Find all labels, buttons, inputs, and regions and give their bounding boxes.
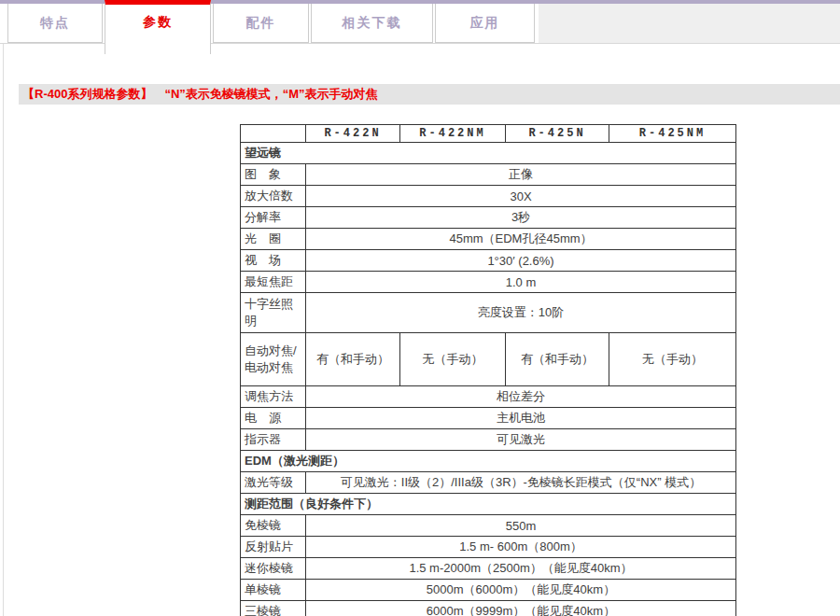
spec-value-cell: 有（和手动）	[306, 333, 400, 386]
table-row: 激光等级可见激光：II级（2）/IIIa级（3R）-免棱镜长距模式（仅“NX” …	[241, 472, 736, 494]
table-row: 最短焦距1.0 m	[241, 272, 736, 293]
spec-label-cell: 调焦方法	[241, 386, 306, 408]
product-spec-page: 特点参数配件相关下载应用 【R-400系列规格参数】 “N”表示免棱镜模式，“M…	[0, 0, 840, 616]
spec-value-cell: 正像	[306, 164, 736, 186]
tab-label: 参数	[143, 14, 173, 31]
tab-label: 配件	[246, 15, 276, 32]
spec-label-cell: 电 源	[241, 408, 306, 429]
spec-label-cell: 最短焦距	[241, 272, 306, 293]
spec-label-cell: 指示器	[241, 429, 306, 451]
model-column-header: R-425N	[506, 125, 609, 143]
spec-value-cell: 3秒	[306, 207, 736, 229]
spec-label-cell: 图 象	[241, 164, 306, 186]
spec-label-cell: 十字丝照明	[241, 293, 306, 333]
spec-label-cell: 免棱镜	[241, 515, 306, 537]
table-row: 三棱镜6000m（9999m）（能见度40km）	[241, 601, 736, 616]
section-header-cell: 望远镜	[241, 143, 736, 164]
section-header-cell: EDM（激光测距）	[241, 451, 736, 472]
tab-3[interactable]: 配件	[213, 4, 309, 43]
table-row: 光 圈45mm（EDM孔径45mm）	[241, 229, 736, 250]
table-row: 十字丝照明亮度设置：10阶	[241, 293, 736, 333]
spec-note-text: 【R-400系列规格参数】 “N”表示免棱镜模式，“M”表示手动对焦	[22, 87, 378, 101]
tab-2-active[interactable]: 参数	[105, 0, 211, 54]
table-row: 电 源主机电池	[241, 408, 736, 429]
spec-value-cell: 1.0 m	[306, 272, 736, 293]
tab-4[interactable]: 相关下载	[311, 4, 433, 43]
table-header-row: R-422NR-422NMR-425NR-425NM	[241, 125, 736, 143]
spec-value-cell: 1.5 m- 600m（800m）	[306, 537, 736, 558]
spec-label-cell: 单棱镜	[241, 580, 306, 601]
spec-value-cell: 550m	[306, 515, 736, 537]
spec-value-cell: 1.5 m-2000m（2500m）（能见度40km）	[306, 558, 736, 580]
spec-value-cell: 30X	[306, 186, 736, 207]
table-row: 测距范围（良好条件下）	[241, 494, 736, 515]
empty-corner-cell	[241, 125, 306, 143]
spec-table: R-422NR-422NMR-425NR-425NM望远镜图 象正像放大倍数30…	[240, 124, 736, 616]
table-row: 单棱镜5000m（6000m）（能见度40km）	[241, 580, 736, 601]
table-row: 望远镜	[241, 143, 736, 164]
spec-label-cell: 分解率	[241, 207, 306, 229]
table-row: 视 场1°30′ (2.6%)	[241, 250, 736, 272]
table-row: 分解率3秒	[241, 207, 736, 229]
spec-value-cell: 可见激光	[306, 429, 736, 451]
spec-value-cell: 6000m（9999m）（能见度40km）	[306, 601, 736, 616]
table-row: 自动对焦/ 电动对焦有（和手动）无（手动）有（和手动）无（手动）	[241, 333, 736, 386]
spec-value-cell: 亮度设置：10阶	[306, 293, 736, 333]
spec-note-bar: 【R-400系列规格参数】 “N”表示免棱镜模式，“M”表示手动对焦	[19, 84, 840, 105]
table-row: 反射贴片1.5 m- 600m（800m）	[241, 537, 736, 558]
table-row: 放大倍数30X	[241, 186, 736, 207]
model-column-header: R-422N	[306, 125, 400, 143]
spec-value-cell: 主机电池	[306, 408, 736, 429]
table-row: 免棱镜550m	[241, 515, 736, 537]
tabbar-right-filler	[539, 4, 840, 43]
spec-label-cell: 三棱镜	[241, 601, 306, 616]
spec-label-cell: 自动对焦/ 电动对焦	[241, 333, 306, 386]
spec-table-container: R-422NR-422NMR-425NR-425NM望远镜图 象正像放大倍数30…	[240, 124, 736, 616]
spec-label-cell: 激光等级	[241, 472, 306, 494]
spec-label-cell: 反射贴片	[241, 537, 306, 558]
table-row: EDM（激光测距）	[241, 451, 736, 472]
spec-value-cell: 有（和手动）	[506, 333, 609, 386]
spec-label-cell: 视 场	[241, 250, 306, 272]
content-left-border	[3, 44, 4, 616]
model-column-header: R-422NM	[400, 125, 506, 143]
spec-label-cell: 放大倍数	[241, 186, 306, 207]
model-column-header: R-425NM	[609, 125, 736, 143]
spec-value-cell: 可见激光：II级（2）/IIIa级（3R）-免棱镜长距模式（仅“NX” 模式）	[306, 472, 736, 494]
table-row: 迷你棱镜1.5 m-2000m（2500m）（能见度40km）	[241, 558, 736, 580]
spec-value-cell: 相位差分	[306, 386, 736, 408]
table-row: 指示器可见激光	[241, 429, 736, 451]
spec-value-cell: 无（手动）	[400, 333, 506, 386]
table-row: 调焦方法相位差分	[241, 386, 736, 408]
tab-label: 特点	[40, 15, 70, 32]
tab-label: 应用	[470, 15, 500, 32]
tab-label: 相关下载	[343, 15, 402, 32]
spec-label-cell: 迷你棱镜	[241, 558, 306, 580]
tab-1[interactable]: 特点	[7, 4, 103, 43]
spec-value-cell: 5000m（6000m）（能见度40km）	[306, 580, 736, 601]
section-header-cell: 测距范围（良好条件下）	[241, 494, 736, 515]
table-row: 图 象正像	[241, 164, 736, 186]
tab-bar: 特点参数配件相关下载应用	[7, 0, 537, 54]
spec-value-cell: 无（手动）	[609, 333, 736, 386]
tab-5[interactable]: 应用	[435, 4, 535, 43]
spec-value-cell: 45mm（EDM孔径45mm）	[306, 229, 736, 250]
spec-value-cell: 1°30′ (2.6%)	[306, 250, 736, 272]
spec-label-cell: 光 圈	[241, 229, 306, 250]
